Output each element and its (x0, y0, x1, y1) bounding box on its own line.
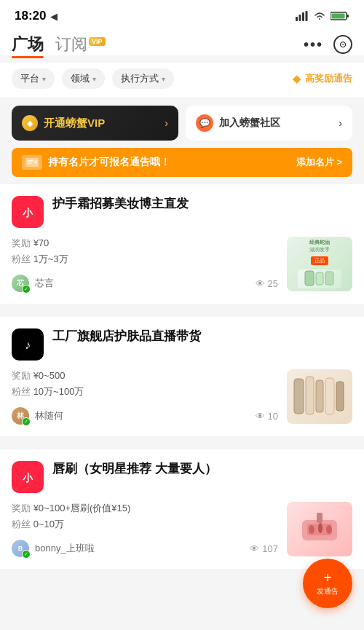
svg-point-29 (326, 525, 332, 534)
community-banner[interactable]: 💬 加入螃蟹社区 › (186, 106, 352, 141)
svg-rect-0 (296, 17, 298, 21)
status-bar: 18:20 ◀ (0, 0, 364, 28)
poster-avatar-2: 林 ✓ (12, 407, 29, 425)
divider-1 (0, 311, 364, 317)
header: 广场 订阅VIP ••• ⊙ (0, 28, 364, 55)
svg-rect-13 (305, 271, 314, 286)
filter-platform[interactable]: 平台 ▾ (12, 68, 55, 89)
svg-rect-6 (332, 14, 345, 19)
task-title-3: 唇刷（女明星推荐 大量要人） (52, 461, 352, 477)
svg-point-10 (34, 160, 38, 164)
eye-icon: 👁 (250, 543, 259, 554)
svg-text:♪: ♪ (25, 339, 31, 351)
svg-point-27 (309, 525, 314, 534)
verified-badge-2: ✓ (22, 417, 31, 426)
task-footer-1: 芯 ✓ 芯言 👁 25 (12, 275, 278, 292)
svg-rect-3 (306, 11, 308, 21)
divider-2 (0, 444, 364, 449)
community-chat-icon: 💬 (196, 114, 213, 132)
task-thumbnail-2 (287, 369, 352, 424)
task-footer-2: 林 ✓ 林随何 👁 10 (12, 407, 278, 425)
poster-name-1: 芯言 (35, 277, 54, 290)
task-title-1: 护手霜招募美妆博主直发 (52, 196, 352, 212)
svg-text:小: 小 (22, 207, 33, 218)
fans-row-2: 粉丝 10万~100万 (12, 385, 278, 398)
fab-label: 发通告 (317, 586, 339, 596)
battery-icon (331, 11, 349, 21)
svg-text:小: 小 (22, 472, 33, 484)
filter-bar: 平台 ▾ 领域 ▾ 执行方式 ▾ ◆ 高奖励通告 (0, 63, 364, 98)
post-notice-fab[interactable]: + 发通告 (303, 559, 352, 608)
svg-rect-21 (325, 378, 334, 414)
reward-row-2: 奖励 ¥0~500 (12, 369, 278, 382)
tab-plaza[interactable]: 广场 (12, 34, 44, 55)
poster-avatar-1: 芯 ✓ (12, 275, 29, 292)
svg-rect-1 (299, 15, 301, 21)
svg-rect-19 (306, 377, 314, 414)
poster-name-3: bonny_上班啦 (35, 542, 95, 555)
task-card-1[interactable]: 小 护手霜招募美妆博主直发 奖励 ¥70 粉丝 1万~3万 芯 ✓ (0, 184, 364, 304)
task-card-2[interactable]: ♪ 工厂旗舰店护肤品直播带货 奖励 ¥0~500 粉丝 10万~100万 林 ✓ (0, 317, 364, 436)
view-count-3: 👁 107 (250, 543, 278, 554)
tab-subscribe[interactable]: 订阅VIP (55, 34, 106, 55)
eye-icon: 👁 (256, 278, 265, 289)
chevron-down-icon: ▾ (92, 75, 96, 83)
status-time: 18:20 (15, 9, 46, 23)
more-icon[interactable]: ••• (304, 36, 323, 53)
diamond-icon: ◆ (293, 73, 301, 84)
status-icons (296, 11, 349, 21)
vip-banner[interactable]: ◆ 开通螃蟹VIP › (12, 106, 178, 141)
filter-domain[interactable]: 领域 ▾ (62, 68, 105, 89)
location-icon: ◀ (50, 11, 58, 22)
task-meta-1: 奖励 ¥70 粉丝 1万~3万 (12, 237, 278, 266)
banner-row: ◆ 开通螃蟹VIP › 💬 加入螃蟹社区 › (0, 98, 364, 148)
fans-row-1: 粉丝 1万~3万 (12, 253, 278, 266)
verified-badge-1: ✓ (22, 285, 31, 294)
task-title-2: 工厂旗舰店护肤品直播带货 (52, 328, 352, 344)
svg-rect-30 (317, 513, 323, 523)
header-right: ••• ⊙ (304, 35, 352, 54)
svg-rect-5 (347, 15, 349, 17)
xhs-logo-1: 小 (12, 196, 44, 228)
task-meta-2: 奖励 ¥0~500 粉丝 10万~100万 (12, 369, 278, 398)
view-count-1: 👁 25 (256, 278, 278, 289)
svg-rect-15 (325, 272, 333, 285)
chevron-down-icon: ▾ (162, 75, 165, 83)
chevron-down-icon: ▾ (42, 75, 46, 83)
poster-avatar-3: B ✓ (12, 540, 29, 557)
verified-badge-3: ✓ (22, 550, 31, 559)
header-tabs: 广场 订阅VIP ••• ⊙ (12, 34, 352, 55)
task-card-3[interactable]: 小 唇刷（女明星推荐 大量要人） 奖励 ¥0~100+唇刷(价值¥15) 粉丝 … (0, 449, 364, 569)
add-card-button[interactable]: 添加名片 > (296, 156, 342, 169)
community-text: 加入螃蟹社区 (219, 117, 280, 130)
fans-row-3: 粉丝 0~10万 (12, 518, 278, 531)
reward-row-3: 奖励 ¥0~100+唇刷(价值¥15) (12, 502, 278, 515)
vip-banner-text: 开通螃蟹VIP (44, 117, 105, 130)
svg-point-28 (318, 523, 323, 533)
scan-icon[interactable]: ⊙ (333, 35, 352, 54)
eye-icon: 👁 (256, 411, 265, 422)
notice-bar[interactable]: 持有名片才可报名通告哦！ 添加名片 > (12, 148, 352, 177)
task-thumbnail-3 (287, 502, 352, 556)
poster-name-2: 林随何 (35, 409, 63, 422)
community-arrow-icon: › (339, 117, 342, 129)
svg-rect-18 (294, 379, 304, 414)
notice-text: 持有名片才可报名通告哦！ (48, 156, 170, 169)
task-thumbnail-1: 经典蛇油 滋润发手 正品 (287, 237, 352, 291)
svg-rect-14 (316, 272, 323, 285)
svg-rect-22 (336, 382, 344, 411)
reward-row-1: 奖励 ¥70 (12, 237, 278, 250)
vip-diamond-icon: ◆ (22, 115, 38, 131)
filter-method[interactable]: 执行方式 ▾ (112, 68, 174, 89)
svg-rect-2 (302, 12, 304, 21)
view-count-2: 👁 10 (256, 411, 278, 422)
tiktok-logo-2: ♪ (12, 328, 44, 361)
business-card-icon (22, 155, 42, 170)
vip-badge: VIP (89, 37, 106, 46)
xhs-logo-3: 小 (12, 461, 44, 493)
high-reward-button[interactable]: ◆ 高奖励通告 (293, 72, 352, 85)
task-footer-3: B ✓ bonny_上班啦 👁 107 (12, 540, 278, 557)
signal-icon (296, 11, 309, 21)
task-meta-3: 奖励 ¥0~100+唇刷(价值¥15) 粉丝 0~10万 (12, 502, 278, 531)
plus-icon: + (323, 570, 332, 585)
